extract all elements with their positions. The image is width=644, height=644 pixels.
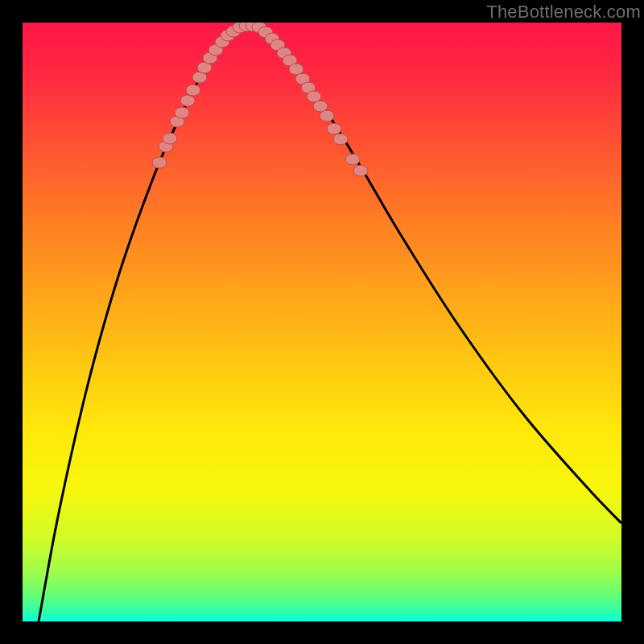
chart-svg bbox=[23, 23, 621, 621]
frame-border-right bbox=[621, 0, 644, 644]
watermark: TheBottleneck.com bbox=[486, 2, 641, 23]
frame-border-bottom bbox=[0, 621, 644, 644]
marker-dot bbox=[163, 133, 177, 144]
marker-dot bbox=[320, 110, 334, 122]
marker-dot bbox=[180, 95, 195, 106]
marker-dot bbox=[327, 123, 341, 134]
curve-markers bbox=[152, 23, 368, 176]
marker-dot bbox=[175, 107, 189, 118]
marker-dot bbox=[152, 157, 167, 168]
marker-dot bbox=[333, 134, 348, 145]
frame-border-left bbox=[0, 0, 23, 644]
marker-dot bbox=[345, 154, 360, 165]
marker-dot bbox=[353, 165, 368, 176]
marker-dot bbox=[186, 85, 200, 96]
